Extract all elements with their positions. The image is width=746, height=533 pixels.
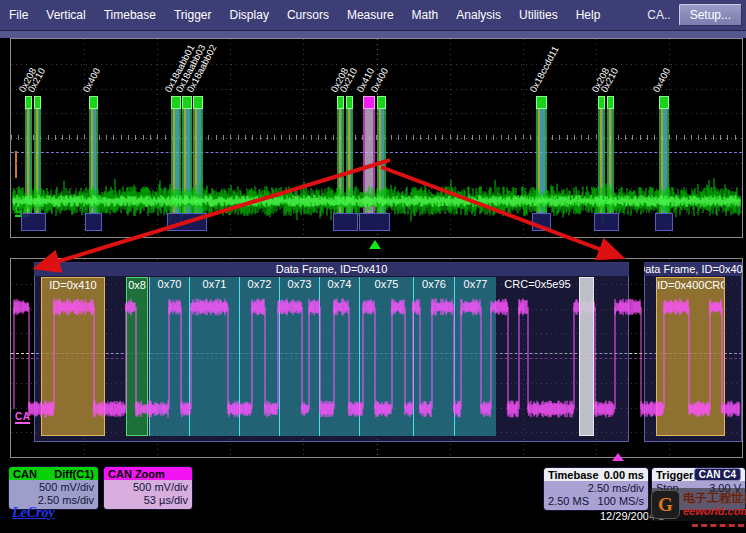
frame-cap xyxy=(25,96,32,109)
menu-item-math[interactable]: Math xyxy=(403,8,448,22)
can-diff-source: Diff(C1) xyxy=(54,468,94,480)
menu-item-file[interactable]: File xyxy=(0,8,37,22)
frame-footer xyxy=(21,213,46,231)
frame-footer xyxy=(359,213,390,231)
timebase-tdiv: 2.50 ms/div xyxy=(548,482,644,495)
menu-item-utilities[interactable]: Utilities xyxy=(510,8,567,22)
channel-descriptor-can-zoom[interactable]: CAN Zoom 500 mV/div 53 µs/div xyxy=(103,466,193,510)
zoom-graticule: Data Frame, ID=0x410 Data Frame, ID=0x40… xyxy=(10,258,743,458)
frame-field-0x72: 0x72 xyxy=(239,277,279,436)
can-frame-bar-0x400[interactable] xyxy=(377,96,386,231)
can-zoom-tdiv: 53 µs/div xyxy=(108,494,188,507)
timebase-offset: 0.00 ms xyxy=(604,469,644,481)
frame-field-ack xyxy=(579,277,594,436)
can-diff-vdiv: 500 mV/div xyxy=(13,481,94,494)
menu-item-cursors[interactable]: Cursors xyxy=(278,8,338,22)
watermark-line1: 电子工程世界 xyxy=(683,492,746,505)
can-frame-bar-0x208[interactable] xyxy=(25,96,32,231)
frame-footer xyxy=(167,213,207,231)
frame-body xyxy=(363,109,375,213)
can-frame-bar-0x210[interactable] xyxy=(607,96,614,231)
can-frame-bar-0x18aabb02[interactable] xyxy=(193,96,203,231)
can-frame-bar-0x18ccdd11[interactable] xyxy=(536,96,547,231)
menu-item-help[interactable]: Help xyxy=(567,8,610,22)
can-frame-bar-0x18aabb01[interactable] xyxy=(171,96,181,231)
menu-item-trigger[interactable]: Trigger xyxy=(165,8,221,22)
zoom-position-marker[interactable] xyxy=(612,453,624,461)
grid-line xyxy=(11,64,742,65)
frame-field-0x75: 0x75 xyxy=(359,277,413,436)
frame-body xyxy=(182,109,192,213)
can-frame-bar-0x208[interactable] xyxy=(337,96,344,231)
frame-body xyxy=(171,109,181,213)
watermark-logo: G xyxy=(651,490,680,519)
menu-item-display[interactable]: Display xyxy=(221,8,278,22)
menu-item-ca-truncated[interactable]: CA.. xyxy=(639,8,678,22)
can-zoom-title: CAN Zoom xyxy=(108,468,165,480)
oscilloscope-screen: FileVerticalTimebaseTriggerDisplayCursor… xyxy=(0,0,746,533)
frame-field-0x77: 0x77 xyxy=(454,277,496,436)
menu-bar: FileVerticalTimebaseTriggerDisplayCursor… xyxy=(0,0,746,30)
frame-body xyxy=(346,109,353,213)
frame-body xyxy=(337,109,344,213)
setup-button[interactable]: Setup... xyxy=(679,4,742,26)
channel-descriptor-can-diff[interactable]: CAN Diff(C1) 500 mV/div 2.50 ms/div xyxy=(8,466,99,510)
trigger-level-marker[interactable] xyxy=(15,151,17,178)
frame-cap xyxy=(171,96,181,109)
frame-field-0x73: 0x73 xyxy=(279,277,319,436)
can-frame-bar-0x208[interactable] xyxy=(598,96,605,231)
frame-cap xyxy=(337,96,344,109)
timebase-descriptor[interactable]: Timebase 0.00 ms 2.50 ms/div 2.50 MS 100… xyxy=(543,467,649,511)
frame-cap xyxy=(34,96,41,109)
frame-cap xyxy=(536,96,547,109)
frame-body xyxy=(377,109,386,213)
timebase-samplerate: 100 MS/s xyxy=(598,495,644,508)
frame2-id-field: ID=0x400CRC xyxy=(656,277,725,436)
menu-items-container: FileVerticalTimebaseTriggerDisplayCursor… xyxy=(0,8,609,22)
frame-body xyxy=(25,109,32,213)
frame-cap xyxy=(182,96,192,109)
lecroy-logo: LeCroy xyxy=(12,505,55,521)
can-frame-bar-0x410[interactable] xyxy=(363,96,375,231)
frame-field-0x74: 0x74 xyxy=(319,277,359,436)
can-frame-bar-0x18aabb03[interactable] xyxy=(182,96,192,231)
trigger-position-marker[interactable] xyxy=(369,240,381,249)
frame-cap xyxy=(607,96,614,109)
menu-item-measure[interactable]: Measure xyxy=(338,8,403,22)
watermark-line2: eeworld.com.cn xyxy=(683,505,746,517)
frame-footer xyxy=(85,213,102,231)
frame-field-0x71: 0x71 xyxy=(189,277,239,436)
frame-footer xyxy=(532,213,551,231)
frame-id-label: 0x18ccdd11 xyxy=(527,44,560,94)
can-frame-bar-0x400[interactable] xyxy=(89,96,98,231)
frame-field-0x76: 0x76 xyxy=(413,277,454,436)
frame-body xyxy=(536,109,547,213)
frame-cap xyxy=(659,96,669,109)
frame1-title: Data Frame, ID=0x410 xyxy=(34,262,629,276)
frame-cap xyxy=(193,96,203,109)
frame-body xyxy=(659,109,669,213)
frame-cap xyxy=(89,96,98,109)
menu-separator xyxy=(0,30,746,38)
frame-footer xyxy=(333,213,358,231)
timebase-samples: 2.50 MS xyxy=(548,495,589,508)
frame-cap xyxy=(377,96,386,109)
zoom-channel-label-can[interactable]: CA xyxy=(15,411,30,424)
frame-footer xyxy=(655,213,673,231)
menu-item-vertical[interactable]: Vertical xyxy=(37,8,94,22)
can-frame-bar-0x210[interactable] xyxy=(346,96,353,231)
menu-item-analysis[interactable]: Analysis xyxy=(447,8,510,22)
frame-cap xyxy=(363,96,375,109)
frame-footer xyxy=(594,213,619,231)
menu-item-timebase[interactable]: Timebase xyxy=(95,8,165,22)
can-frame-bar-0x210[interactable] xyxy=(34,96,41,231)
frame-field-CRC=0x5e95: CRC=0x5e95 xyxy=(496,277,579,291)
frame-body xyxy=(598,109,605,213)
can-frame-bar-0x400[interactable] xyxy=(659,96,669,231)
frame-field-ID=0x410: ID=0x410 xyxy=(41,277,105,436)
trigger-title: Trigger xyxy=(656,469,693,481)
watermark-dashes xyxy=(692,524,744,527)
frame-cap xyxy=(346,96,353,109)
trigger-source-badge: CAN C4 xyxy=(694,468,741,481)
frame-body xyxy=(607,109,614,213)
